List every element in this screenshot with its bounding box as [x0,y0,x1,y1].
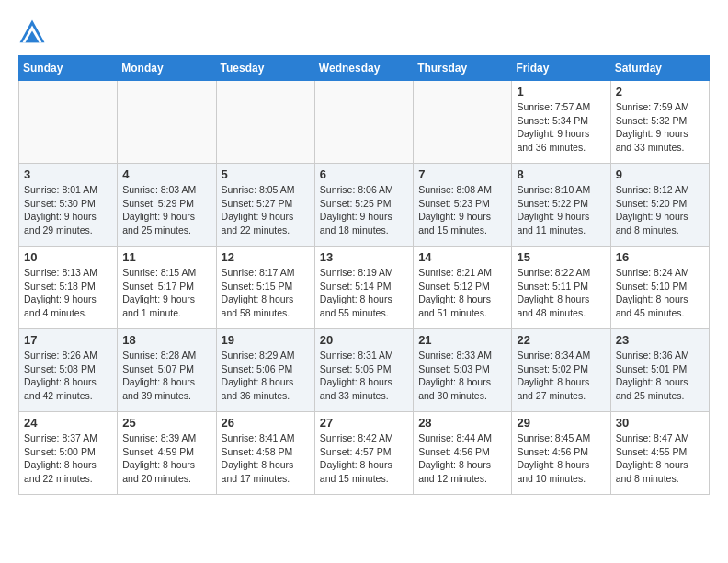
day-number: 22 [517,333,605,347]
calendar-day-cell: 12Sunrise: 8:17 AM Sunset: 5:15 PM Dayli… [216,247,314,329]
day-info: Sunrise: 8:34 AM Sunset: 5:02 PM Dayligh… [517,349,605,403]
day-info: Sunrise: 8:24 AM Sunset: 5:10 PM Dayligh… [616,266,704,320]
day-number: 6 [320,167,408,181]
day-info: Sunrise: 8:44 AM Sunset: 4:56 PM Dayligh… [418,431,506,486]
calendar-day-cell [314,81,413,164]
calendar-day-cell: 30Sunrise: 8:47 AM Sunset: 4:55 PM Dayli… [610,412,709,495]
day-number: 12 [222,250,310,264]
day-number: 16 [616,250,704,264]
calendar-day-cell: 6Sunrise: 8:06 AM Sunset: 5:25 PM Daylig… [314,164,413,247]
calendar-day-cell: 7Sunrise: 8:08 AM Sunset: 5:23 PM Daylig… [414,164,512,247]
day-of-week-header: Tuesday [216,56,314,81]
calendar-day-cell: 13Sunrise: 8:19 AM Sunset: 5:14 PM Dayli… [314,247,413,329]
day-info: Sunrise: 8:08 AM Sunset: 5:23 PM Dayligh… [418,183,506,237]
calendar-day-cell: 2Sunrise: 7:59 AM Sunset: 5:32 PM Daylig… [610,81,709,164]
day-number: 17 [24,333,112,347]
day-number: 4 [122,167,210,181]
day-number: 20 [320,333,408,347]
day-number: 24 [24,416,112,430]
day-number: 21 [418,333,506,347]
calendar-day-cell: 24Sunrise: 8:37 AM Sunset: 5:00 PM Dayli… [19,412,118,495]
calendar-day-cell [19,81,118,164]
day-number: 30 [616,416,704,430]
day-of-week-header: Sunday [19,56,118,81]
calendar-day-cell: 10Sunrise: 8:13 AM Sunset: 5:18 PM Dayli… [19,247,118,329]
day-info: Sunrise: 8:06 AM Sunset: 5:25 PM Dayligh… [320,183,408,237]
calendar-day-cell: 17Sunrise: 8:26 AM Sunset: 5:08 PM Dayli… [19,329,118,412]
day-info: Sunrise: 8:37 AM Sunset: 5:00 PM Dayligh… [24,431,112,486]
day-number: 29 [517,416,605,430]
calendar-day-cell: 19Sunrise: 8:29 AM Sunset: 5:06 PM Dayli… [216,329,314,412]
day-number: 26 [222,416,310,430]
page-header [18,18,710,46]
calendar-day-cell: 26Sunrise: 8:41 AM Sunset: 4:58 PM Dayli… [216,412,314,495]
day-info: Sunrise: 8:26 AM Sunset: 5:08 PM Dayligh… [24,349,112,403]
day-info: Sunrise: 8:13 AM Sunset: 5:18 PM Dayligh… [24,266,112,320]
day-number: 19 [222,333,310,347]
day-info: Sunrise: 8:45 AM Sunset: 4:56 PM Dayligh… [517,431,605,486]
calendar-week-row: 17Sunrise: 8:26 AM Sunset: 5:08 PM Dayli… [19,329,710,412]
calendar-day-cell: 16Sunrise: 8:24 AM Sunset: 5:10 PM Dayli… [610,247,709,329]
day-of-week-header: Thursday [414,56,512,81]
calendar-day-cell [216,81,314,164]
day-info: Sunrise: 8:17 AM Sunset: 5:15 PM Dayligh… [222,266,310,320]
calendar-day-cell: 1Sunrise: 7:57 AM Sunset: 5:34 PM Daylig… [512,81,610,164]
calendar-day-cell: 14Sunrise: 8:21 AM Sunset: 5:12 PM Dayli… [414,247,512,329]
calendar-day-cell: 28Sunrise: 8:44 AM Sunset: 4:56 PM Dayli… [414,412,512,495]
day-info: Sunrise: 8:28 AM Sunset: 5:07 PM Dayligh… [122,349,210,403]
day-number: 18 [122,333,210,347]
day-info: Sunrise: 8:12 AM Sunset: 5:20 PM Dayligh… [616,183,704,237]
day-info: Sunrise: 8:39 AM Sunset: 4:59 PM Dayligh… [122,431,210,486]
day-number: 10 [24,250,112,264]
day-info: Sunrise: 8:47 AM Sunset: 4:55 PM Dayligh… [616,431,704,486]
calendar-week-row: 1Sunrise: 7:57 AM Sunset: 5:34 PM Daylig… [19,81,710,164]
day-info: Sunrise: 8:29 AM Sunset: 5:06 PM Dayligh… [222,349,310,403]
calendar-day-cell: 15Sunrise: 8:22 AM Sunset: 5:11 PM Dayli… [512,247,610,329]
calendar-header-row: SundayMondayTuesdayWednesdayThursdayFrid… [19,56,710,81]
day-number: 11 [122,250,210,264]
calendar-day-cell [414,81,512,164]
day-number: 27 [320,416,408,430]
day-number: 2 [616,85,704,98]
calendar-day-cell: 25Sunrise: 8:39 AM Sunset: 4:59 PM Dayli… [118,412,216,495]
day-of-week-header: Friday [512,56,610,81]
calendar-day-cell: 22Sunrise: 8:34 AM Sunset: 5:02 PM Dayli… [512,329,610,412]
day-info: Sunrise: 8:36 AM Sunset: 5:01 PM Dayligh… [616,349,704,403]
calendar-week-row: 24Sunrise: 8:37 AM Sunset: 5:00 PM Dayli… [19,412,710,495]
calendar-day-cell: 5Sunrise: 8:05 AM Sunset: 5:27 PM Daylig… [216,164,314,247]
day-info: Sunrise: 8:31 AM Sunset: 5:05 PM Dayligh… [320,349,408,403]
day-number: 15 [517,250,605,264]
day-info: Sunrise: 8:21 AM Sunset: 5:12 PM Dayligh… [418,266,506,320]
day-number: 28 [418,416,506,430]
calendar-day-cell: 4Sunrise: 8:03 AM Sunset: 5:29 PM Daylig… [118,164,216,247]
calendar-day-cell: 20Sunrise: 8:31 AM Sunset: 5:05 PM Dayli… [314,329,413,412]
logo [18,18,50,46]
day-number: 8 [517,167,605,181]
day-info: Sunrise: 8:10 AM Sunset: 5:22 PM Dayligh… [517,183,605,237]
calendar-day-cell: 27Sunrise: 8:42 AM Sunset: 4:57 PM Dayli… [314,412,413,495]
day-info: Sunrise: 8:03 AM Sunset: 5:29 PM Dayligh… [122,183,210,237]
day-number: 1 [517,85,605,98]
calendar-day-cell: 9Sunrise: 8:12 AM Sunset: 5:20 PM Daylig… [610,164,709,247]
calendar-day-cell: 8Sunrise: 8:10 AM Sunset: 5:22 PM Daylig… [512,164,610,247]
calendar-day-cell: 18Sunrise: 8:28 AM Sunset: 5:07 PM Dayli… [118,329,216,412]
day-number: 13 [320,250,408,264]
calendar-day-cell: 11Sunrise: 8:15 AM Sunset: 5:17 PM Dayli… [118,247,216,329]
day-info: Sunrise: 7:59 AM Sunset: 5:32 PM Dayligh… [616,100,704,155]
day-number: 9 [616,167,704,181]
calendar-day-cell [118,81,216,164]
day-info: Sunrise: 8:22 AM Sunset: 5:11 PM Dayligh… [517,266,605,320]
day-info: Sunrise: 8:42 AM Sunset: 4:57 PM Dayligh… [320,431,408,486]
day-info: Sunrise: 8:33 AM Sunset: 5:03 PM Dayligh… [418,349,506,403]
day-of-week-header: Saturday [610,56,709,81]
calendar-day-cell: 21Sunrise: 8:33 AM Sunset: 5:03 PM Dayli… [414,329,512,412]
day-info: Sunrise: 8:15 AM Sunset: 5:17 PM Dayligh… [122,266,210,320]
day-info: Sunrise: 8:19 AM Sunset: 5:14 PM Dayligh… [320,266,408,320]
calendar-day-cell: 29Sunrise: 8:45 AM Sunset: 4:56 PM Dayli… [512,412,610,495]
day-of-week-header: Wednesday [314,56,413,81]
logo-icon [18,18,46,46]
day-number: 5 [222,167,310,181]
day-info: Sunrise: 8:05 AM Sunset: 5:27 PM Dayligh… [222,183,310,237]
day-number: 23 [616,333,704,347]
calendar-week-row: 10Sunrise: 8:13 AM Sunset: 5:18 PM Dayli… [19,247,710,329]
